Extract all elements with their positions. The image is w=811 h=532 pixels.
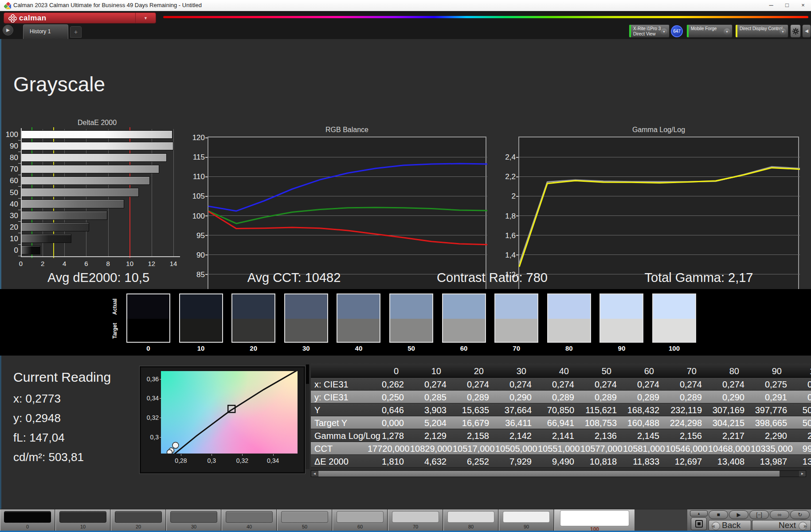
swatch-actual [548,294,590,319]
swatch-actual [232,294,274,319]
y-tick [516,176,518,177]
table-cell: 2,145 [623,431,659,441]
display-control-dropdown[interactable]: Direct Display Control ▼ [735,24,788,38]
pattern-button-0[interactable]: 0 [0,509,55,531]
refresh-button[interactable]: ↻ [790,510,810,519]
y-tick-label: 2 [497,192,516,201]
pattern-button-20[interactable]: 20 [111,509,166,531]
table-cell: 232,119 [666,405,702,415]
pattern-button-70[interactable]: 70 [388,509,443,531]
table-cell: 0,289 [453,392,489,403]
series-green [208,207,487,223]
scroll-thumb[interactable] [318,471,780,477]
collapse-panel-button[interactable]: ◀ [802,24,811,38]
add-tab-button[interactable]: + [70,26,82,38]
pattern-swatch [226,511,273,523]
y-tick-label: 90 [186,251,205,260]
pattern-button-30[interactable]: 30 [166,509,221,531]
table-cell: 503,81 [793,418,811,428]
charts-panel: Grayscale DeltaE 2000 100908070605040302… [0,39,811,289]
y-tick [205,215,208,216]
y-tick-label: 95 [186,231,205,240]
deltae-gridline [173,129,174,256]
pattern-size-up-button[interactable]: ▲ [690,510,708,516]
deltae-bar [21,246,40,254]
series-red [208,211,487,245]
chevron-down-icon[interactable]: ▼ [780,28,786,35]
play-button[interactable]: ▶ [729,510,748,519]
table-cell: 2,141 [538,431,574,441]
swatch-target [127,319,169,342]
table-vertical-scrollbar[interactable] [306,364,310,469]
stop-button[interactable]: ■ [709,510,728,519]
table-cell: 0,274 [495,379,532,390]
y-tick [205,274,208,275]
tab-history-1[interactable]: History 1 [23,24,68,39]
cie-y-tick-label: 0,36 [143,376,159,383]
tab-scroll-arrow-icon[interactable]: ▶ [3,25,13,35]
deltae-bar [21,223,89,231]
toolbar-spacer [635,509,687,531]
calman-menu-button[interactable]: calman ▼ [4,12,156,23]
cie-y-tick [160,398,161,399]
pattern-button-90[interactable]: 90 [499,509,554,531]
cie-y-tick [160,437,161,438]
meter-count-badge[interactable]: 647 [671,25,683,37]
scroll-left-arrow-icon[interactable]: ◄ [311,471,318,477]
loop-button[interactable]: ∞ [770,510,789,519]
pattern-button-100[interactable]: 100 [554,509,635,531]
scroll-right-arrow-icon[interactable]: ► [799,471,806,477]
table-cell: 160,488 [623,418,659,428]
table-vertical-scroll-thumb[interactable] [306,364,309,384]
pattern-button-40[interactable]: 40 [222,509,277,531]
y-tick [205,157,208,158]
deltae-x-tick-label: 0 [15,260,27,267]
cie-plot [161,371,298,454]
pattern-button-80[interactable]: 80 [443,509,498,531]
current-reading-title: Current Reading [13,370,111,385]
next-button[interactable]: Next» [752,520,811,531]
table-cell: 2,217 [708,431,744,441]
close-button[interactable]: × [795,0,811,11]
calman-app-window: Calman 2023 Calman Ultimate for Business… [0,0,811,532]
deltae-category-label: 100 [2,130,18,139]
meter-device-dropdown[interactable]: X-Rite i1Pro 3 Direct View ▼ [629,24,670,38]
table-cell: 10505,000 [495,444,532,454]
measured-point-marker [172,442,179,448]
table-header-cell: 60 [623,366,654,376]
table-row: Gamma Log/Log1,2782,1292,1582,1422,1412,… [311,429,811,442]
calman-menu-caret-icon[interactable]: ▼ [135,13,156,23]
pattern-button-60[interactable]: 60 [333,509,388,531]
table-cell: 11,833 [623,457,659,467]
y-tick [516,157,518,158]
swatch-actual [443,294,485,319]
table-cell: 2,142 [495,431,532,441]
y-tick-label: 110 [186,172,205,181]
source-dropdown[interactable]: Mobile Forge ▼ [686,24,733,38]
pattern-button-50[interactable]: 50 [277,509,332,531]
menu-bar: calman ▼ ▶ History 1 + X-Rite i1Pro 3 Di… [0,11,811,39]
source-label: Mobile Forge [691,26,717,31]
minimize-button[interactable]: ─ [763,0,779,11]
table-cell: 0,274 [453,379,489,390]
deltae-chart: DeltaE 2000 1009080706050403020100024681… [2,119,184,270]
table-cell: 224,298 [666,418,702,428]
pattern-button-10[interactable]: 10 [55,509,110,531]
cie-x-tick-label: 0,3 [204,457,219,464]
maximize-button[interactable]: □ [779,0,795,11]
chevron-down-icon[interactable]: ▼ [661,28,667,35]
pattern-window-button[interactable] [691,517,707,530]
chevron-down-icon[interactable]: ▼ [724,28,730,35]
y-tick-label: 2,4 [497,153,516,162]
swatch-level-label: 90 [599,344,643,352]
table-cell: 5,204 [410,418,447,428]
swatch-pair [337,293,380,343]
table-horizontal-scrollbar[interactable]: ◄► [311,470,806,477]
table-cell: 1,810 [368,457,404,467]
gamma-chart: Gamma Log/Log 11,21,41,61,822,22,4010203… [497,126,811,268]
marker-button[interactable]: [−] [749,510,769,519]
settings-button[interactable] [790,24,801,38]
deltae-category-label: 10 [2,235,18,243]
reading-y: y: 0,2948 [13,411,61,425]
back-button[interactable]: «Back [709,520,751,531]
